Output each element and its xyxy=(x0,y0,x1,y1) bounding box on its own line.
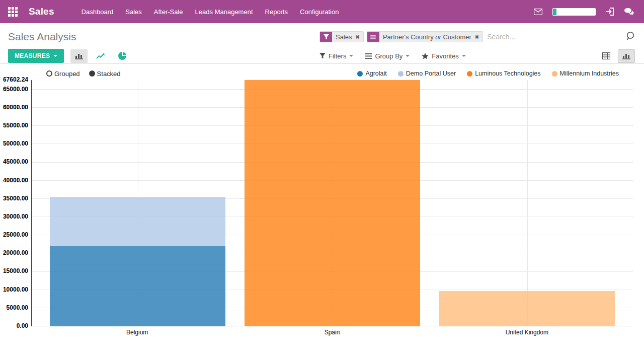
legend-item[interactable]: Millennium Industries xyxy=(552,70,619,77)
nav-menu-item[interactable]: Leads Management xyxy=(189,8,259,16)
y-tick-label: 55000.00 xyxy=(3,122,28,129)
chevron-down-icon xyxy=(406,55,410,57)
measures-label: MEASURES xyxy=(15,52,50,59)
y-tick-label: 20000.00 xyxy=(3,249,28,256)
plot-area xyxy=(31,80,633,326)
legend-item[interactable]: Agrolait xyxy=(357,70,386,77)
filter-icon xyxy=(319,53,326,59)
y-tick-label: 40000.00 xyxy=(3,177,28,184)
apps-grid-icon[interactable] xyxy=(8,7,18,17)
x-tick-label: Belgium xyxy=(40,329,234,336)
chat-icon[interactable] xyxy=(624,8,634,16)
nav-menu-item[interactable]: Reports xyxy=(259,8,294,16)
bar-chart-button[interactable] xyxy=(70,49,88,63)
legend-dot-icon xyxy=(467,71,472,77)
chart-type-switcher xyxy=(70,49,131,63)
favorites-label: Favorites xyxy=(432,52,458,60)
app-brand[interactable]: Sales xyxy=(29,6,54,17)
bar-segment[interactable] xyxy=(245,80,420,326)
bar-segment[interactable] xyxy=(439,291,614,326)
user-status-accent xyxy=(553,9,556,15)
list-icon xyxy=(367,32,379,42)
y-tick-label: 50000.00 xyxy=(3,140,28,147)
nav-menu-item[interactable]: Sales xyxy=(119,8,148,16)
plot-bands xyxy=(40,80,624,326)
y-tick-label: 65000.00 xyxy=(3,86,28,93)
y-tick-label: 25000.00 xyxy=(3,231,28,238)
category-band xyxy=(235,80,430,326)
facet-remove-icon[interactable]: ✖ xyxy=(356,32,363,42)
page-title: Sales Analysis xyxy=(8,31,76,43)
star-icon xyxy=(422,53,429,59)
line-chart-button[interactable] xyxy=(92,49,109,63)
chart-legend: AgrolaitDemo Portal UserLuminous Technol… xyxy=(357,70,619,77)
y-axis: 0.005000.0010000.0015000.0020000.0025000… xyxy=(0,80,29,326)
group-by-label: Group By xyxy=(375,52,403,60)
search-options: Filters Group By Favorites xyxy=(319,52,466,60)
list-icon xyxy=(365,53,372,59)
nav-menu-item[interactable]: Configuration xyxy=(294,8,345,16)
x-axis: BelgiumSpainUnited Kingdom xyxy=(40,326,624,337)
user-menu[interactable] xyxy=(552,8,596,16)
y-tick-label: 45000.00 xyxy=(3,158,28,165)
chevron-down-icon xyxy=(349,55,353,57)
facet-label: Partner's Country or Customer xyxy=(379,32,475,42)
favorites-dropdown[interactable]: Favorites xyxy=(422,52,465,60)
pivot-view-button[interactable] xyxy=(598,49,615,63)
category-band xyxy=(430,80,624,326)
legend-item[interactable]: Luminous Technologies xyxy=(467,70,540,77)
top-navbar: Sales DashboardSalesAfter-SaleLeads Mana… xyxy=(0,0,644,23)
mode-radio-grouped[interactable]: Grouped xyxy=(46,70,80,78)
legend-dot-icon xyxy=(398,71,404,77)
chart-mode-options: GroupedStacked xyxy=(46,70,121,78)
messages-envelope-icon[interactable] xyxy=(534,9,542,15)
stacked-bar-united-kingdom xyxy=(439,291,614,326)
search-facet: Partner's Country or Customer✖ xyxy=(367,31,483,42)
legend-dot-icon xyxy=(357,71,363,77)
navbar-right xyxy=(534,8,634,16)
stacked-bar-spain xyxy=(245,80,420,326)
search-bar: Sales✖Partner's Country or Customer✖ xyxy=(319,31,635,42)
nav-menu-item[interactable]: After-Sale xyxy=(148,8,189,16)
filter-icon xyxy=(320,32,332,42)
radio-icon xyxy=(46,71,52,77)
y-tick-label: 0.00 xyxy=(17,322,28,329)
y-max-label: 67602.24 xyxy=(3,76,28,83)
y-tick-label: 5000.00 xyxy=(7,304,28,311)
chevron-down-icon xyxy=(462,55,466,57)
nav-menu-item[interactable]: Dashboard xyxy=(75,8,120,16)
login-icon[interactable] xyxy=(606,8,614,16)
search-icon[interactable] xyxy=(621,31,635,42)
filters-dropdown[interactable]: Filters xyxy=(319,52,353,60)
pie-chart-button[interactable] xyxy=(114,49,131,63)
y-tick-label: 30000.00 xyxy=(3,213,28,220)
radio-icon xyxy=(89,71,95,77)
legend-item[interactable]: Demo Portal User xyxy=(398,70,456,77)
y-tick-label: 35000.00 xyxy=(3,195,28,202)
facet-remove-icon[interactable]: ✖ xyxy=(475,32,482,42)
chart-section: GroupedStacked AgrolaitDemo Portal UserL… xyxy=(0,67,644,337)
bar-segment[interactable] xyxy=(50,197,225,198)
stacked-bar-belgium xyxy=(50,197,225,326)
category-band xyxy=(40,80,235,326)
filters-label: Filters xyxy=(329,52,346,60)
gridline xyxy=(527,80,528,326)
search-facet: Sales✖ xyxy=(319,31,364,42)
y-tick-label: 10000.00 xyxy=(3,286,28,293)
mode-radio-stacked[interactable]: Stacked xyxy=(89,70,121,78)
view-switcher xyxy=(598,49,635,63)
nav-menu: DashboardSalesAfter-SaleLeads Management… xyxy=(75,8,345,16)
x-tick-label: United Kingdom xyxy=(430,329,624,336)
group-by-dropdown[interactable]: Group By xyxy=(365,52,410,60)
facet-label: Sales xyxy=(332,32,356,42)
search-facets: Sales✖Partner's Country or Customer✖ xyxy=(319,31,486,42)
y-tick-label: 60000.00 xyxy=(3,104,28,111)
bar-segment[interactable] xyxy=(50,198,225,246)
legend-dot-icon xyxy=(552,71,557,77)
measures-button[interactable]: MEASURES xyxy=(8,49,64,63)
graph-view-button[interactable] xyxy=(618,49,635,63)
search-input[interactable] xyxy=(486,32,621,41)
control-panel: Sales Analysis Sales✖Partner's Country o… xyxy=(0,23,644,63)
y-tick-label: 15000.00 xyxy=(3,267,28,274)
bar-segment[interactable] xyxy=(50,246,225,326)
